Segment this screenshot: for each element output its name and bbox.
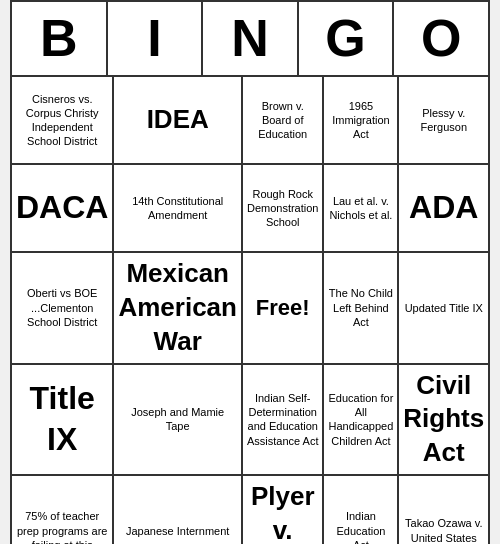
bingo-cell-10: Oberti vs BOE ...Clementon School Distri… — [12, 253, 114, 364]
bingo-letter-n: N — [203, 2, 299, 75]
bingo-cell-24: Takao Ozawa v. United States — [399, 476, 488, 544]
bingo-letter-o: O — [394, 2, 488, 75]
bingo-cell-19: Civil Rights Act — [399, 365, 488, 476]
bingo-cell-5: DACA — [12, 165, 114, 253]
bingo-cell-18: Education for All Handicapped Children A… — [324, 365, 399, 476]
bingo-cell-22: Plyer v. Doe — [243, 476, 325, 544]
bingo-cell-15: Title IX — [12, 365, 114, 476]
bingo-letter-b: B — [12, 2, 108, 75]
bingo-letter-i: I — [108, 2, 204, 75]
bingo-grid: Cisneros vs. Corpus Christy Independent … — [12, 77, 488, 544]
bingo-cell-23: Indian Education Act — [324, 476, 399, 544]
bingo-cell-20: 75% of teacher prep programs are failing… — [12, 476, 114, 544]
bingo-cell-6: 14th Constitutional Amendment — [114, 165, 243, 253]
bingo-cell-3: 1965 Immigration Act — [324, 77, 399, 165]
bingo-letter-g: G — [299, 2, 395, 75]
bingo-cell-7: Rough Rock Demonstration School — [243, 165, 325, 253]
bingo-card: BINGO Cisneros vs. Corpus Christy Indepe… — [10, 0, 490, 544]
bingo-cell-16: Joseph and Mamie Tape — [114, 365, 243, 476]
bingo-cell-12: Free! — [243, 253, 325, 364]
bingo-cell-1: IDEA — [114, 77, 243, 165]
bingo-cell-0: Cisneros vs. Corpus Christy Independent … — [12, 77, 114, 165]
bingo-cell-14: Updated Title IX — [399, 253, 488, 364]
bingo-cell-13: The No Child Left Behind Act — [324, 253, 399, 364]
bingo-cell-4: Plessy v. Ferguson — [399, 77, 488, 165]
bingo-cell-8: Lau et al. v. Nichols et al. — [324, 165, 399, 253]
bingo-cell-11: Mexican American War — [114, 253, 243, 364]
bingo-cell-21: Japanese Internment — [114, 476, 243, 544]
bingo-cell-2: Brown v. Board of Education — [243, 77, 325, 165]
bingo-header: BINGO — [12, 2, 488, 77]
bingo-cell-9: ADA — [399, 165, 488, 253]
bingo-cell-17: Indian Self-Determination and Education … — [243, 365, 325, 476]
